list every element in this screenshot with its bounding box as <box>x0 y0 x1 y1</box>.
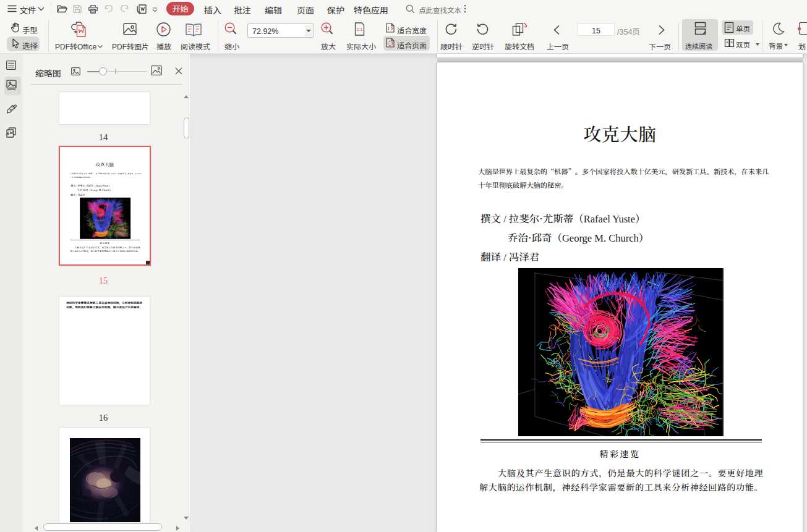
svg-text:1:1: 1:1 <box>357 27 363 32</box>
